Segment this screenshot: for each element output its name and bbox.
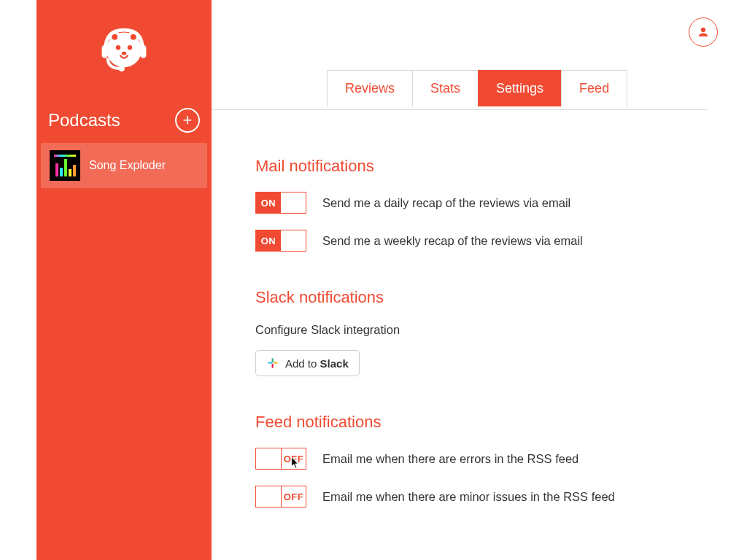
slack-button-strong: Slack — [320, 357, 349, 370]
setting-label: Send me a weekly recap of the reviews vi… — [322, 234, 583, 248]
user-menu-button[interactable] — [689, 18, 718, 47]
svg-rect-14 — [272, 358, 274, 362]
plus-icon: + — [183, 112, 193, 128]
slack-button-prefix: Add to — [285, 357, 320, 370]
add-to-slack-button[interactable]: Add to Slack — [255, 350, 360, 376]
svg-point-6 — [128, 45, 132, 50]
sidebar: Podcasts + Song Exploder — [36, 0, 212, 560]
svg-rect-8 — [102, 45, 108, 58]
tab-stats[interactable]: Stats — [412, 70, 479, 106]
section-mail-notifications: Mail notifications ON Send me a daily re… — [255, 157, 703, 252]
slack-icon — [266, 357, 279, 370]
setting-weekly-recap: ON Send me a weekly recap of the reviews… — [255, 230, 703, 252]
svg-point-11 — [701, 28, 705, 32]
app-logo — [36, 15, 212, 102]
section-feed-notifications: Feed notifications OFF Email me when the… — [255, 413, 703, 508]
toggle-feed-minor-issues[interactable]: OFF — [255, 486, 306, 508]
setting-feed-errors: OFF Email me when there are errors in th… — [255, 448, 703, 470]
svg-rect-13 — [274, 362, 278, 364]
section-title: Slack notifications — [255, 288, 703, 307]
toggle-weekly-recap[interactable]: ON — [255, 230, 306, 252]
tab-settings[interactable]: Settings — [478, 70, 562, 106]
sidebar-title: Podcasts — [48, 110, 120, 131]
topbar — [212, 0, 747, 69]
section-title: Feed notifications — [255, 413, 703, 432]
svg-rect-15 — [272, 364, 274, 368]
svg-rect-9 — [140, 45, 146, 58]
setting-label: Send me a daily recap of the reviews via… — [322, 196, 570, 210]
setting-label: Email me when there are minor issues in … — [322, 490, 615, 504]
tab-reviews[interactable]: Reviews — [327, 70, 413, 106]
section-slack-notifications: Slack notifications Configure Slack inte… — [255, 288, 703, 376]
sidebar-item-podcast[interactable]: Song Exploder — [41, 143, 207, 188]
add-podcast-button[interactable]: + — [175, 108, 200, 133]
toggle-feed-errors[interactable]: OFF — [255, 448, 306, 470]
setting-label: Email me when there are errors in the RS… — [322, 452, 578, 466]
setting-feed-minor-issues: OFF Email me when there are minor issues… — [255, 486, 703, 508]
tab-bar: Reviews Stats Settings Feed — [327, 69, 627, 106]
tab-feed[interactable]: Feed — [561, 70, 627, 106]
podcast-name: Song Exploder — [89, 159, 166, 172]
setting-daily-recap: ON Send me a daily recap of the reviews … — [255, 192, 703, 214]
toggle-off-label: OFF — [281, 448, 306, 470]
section-title: Mail notifications — [255, 157, 703, 176]
bear-headset-icon — [95, 22, 153, 80]
toggle-on-label: ON — [256, 230, 281, 251]
slack-subtitle: Configure Slack integration — [255, 323, 703, 337]
toggle-on-label: ON — [256, 192, 281, 213]
svg-point-7 — [122, 52, 126, 55]
svg-point-5 — [116, 45, 120, 50]
toggle-off-label: OFF — [281, 486, 306, 508]
toggle-daily-recap[interactable]: ON — [255, 192, 306, 214]
main-panel: Reviews Stats Settings Feed Mail notific… — [212, 0, 747, 560]
svg-rect-12 — [268, 362, 272, 364]
user-icon — [697, 26, 710, 39]
podcast-thumbnail — [50, 150, 80, 181]
svg-point-10 — [119, 66, 125, 71]
